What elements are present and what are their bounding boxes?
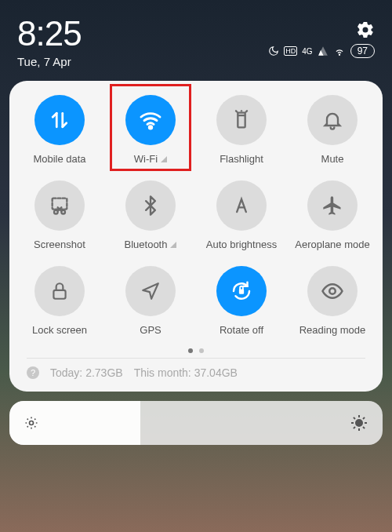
auto-brightness-icon (216, 180, 267, 231)
dnd-moon-icon (268, 46, 279, 56)
date: Tue, 7 Apr (17, 55, 82, 68)
airplane-icon (307, 180, 358, 231)
svg-rect-2 (238, 115, 245, 127)
location-arrow-icon (125, 266, 176, 316)
wifi-icon (125, 95, 176, 145)
signal-mini-icon (161, 156, 167, 162)
tile-label: Reading mode (299, 324, 366, 336)
svg-point-8 (329, 288, 336, 294)
svg-rect-6 (53, 290, 65, 299)
tile-label: Mobile data (33, 153, 85, 165)
tile-mobile-data[interactable]: Mobile data (16, 95, 103, 165)
page-dot-1 (188, 348, 193, 353)
wifi-status-icon (333, 46, 346, 56)
clock: 8:25 (17, 14, 82, 53)
brightness-slider[interactable] (9, 401, 383, 445)
svg-point-9 (30, 421, 34, 425)
page-dot-2 (199, 348, 204, 353)
tile-auto-brightness[interactable]: Auto brightness (198, 180, 285, 250)
help-icon: ? (27, 366, 39, 379)
tile-label: Flashlight (220, 153, 263, 165)
tile-wifi[interactable]: Wi-Fi (107, 95, 194, 165)
tile-aeroplane[interactable]: Aeroplane mode (289, 180, 376, 250)
network-type: 4G (302, 47, 312, 56)
tile-label: Lock screen (32, 324, 87, 336)
usage-month: This month: 37.04GB (134, 366, 238, 379)
tile-label: Auto brightness (206, 239, 277, 250)
brightness-low-icon (24, 415, 39, 431)
svg-point-0 (339, 54, 339, 55)
tile-label: Rotate off (220, 324, 263, 336)
tile-label: GPS (140, 324, 161, 336)
bluetooth-icon (125, 180, 176, 231)
tile-label: Screenshot (34, 239, 85, 250)
svg-rect-7 (239, 290, 244, 294)
settings-icon[interactable] (356, 20, 375, 39)
usage-today: Today: 2.73GB (50, 366, 123, 379)
rotate-lock-icon (216, 266, 267, 316)
mobile-data-icon (34, 95, 85, 145)
tile-gps[interactable]: GPS (107, 266, 194, 336)
signal-mini-icon (170, 242, 176, 248)
flashlight-icon (216, 95, 267, 145)
svg-point-1 (149, 126, 151, 129)
tile-label: Wi-Fi (134, 153, 167, 165)
bell-icon (307, 95, 358, 145)
tile-reading-mode[interactable]: Reading mode (289, 266, 376, 336)
tile-lock-screen[interactable]: Lock screen (16, 266, 103, 336)
svg-point-10 (356, 420, 362, 426)
tile-flashlight[interactable]: Flashlight (198, 95, 285, 165)
brightness-high-icon (350, 414, 368, 432)
signal-icon (318, 46, 328, 56)
tile-screenshot[interactable]: Screenshot (16, 180, 103, 250)
page-indicator (16, 348, 376, 353)
tile-mute[interactable]: Mute (289, 95, 376, 165)
eye-icon (307, 266, 358, 316)
data-usage-row[interactable]: ? Today: 2.73GB This month: 37.04GB (16, 359, 376, 384)
status-bar: 8:25 Tue, 7 Apr HD 4G 97 (0, 0, 392, 75)
tile-label: Aeroplane mode (295, 239, 369, 250)
quick-settings-panel: Mobile data Wi-Fi Flashlight Mute (9, 81, 383, 392)
tile-label: Mute (321, 153, 344, 165)
svg-rect-3 (53, 199, 67, 210)
lock-icon (34, 266, 85, 316)
scissors-icon (34, 180, 85, 231)
tile-label: Bluetooth (125, 239, 177, 250)
status-icons: HD 4G 97 (268, 44, 375, 58)
volte-icon: HD (284, 46, 297, 56)
tile-bluetooth[interactable]: Bluetooth (107, 180, 194, 250)
battery-indicator: 97 (350, 44, 375, 58)
tile-rotate-off[interactable]: Rotate off (198, 266, 285, 336)
